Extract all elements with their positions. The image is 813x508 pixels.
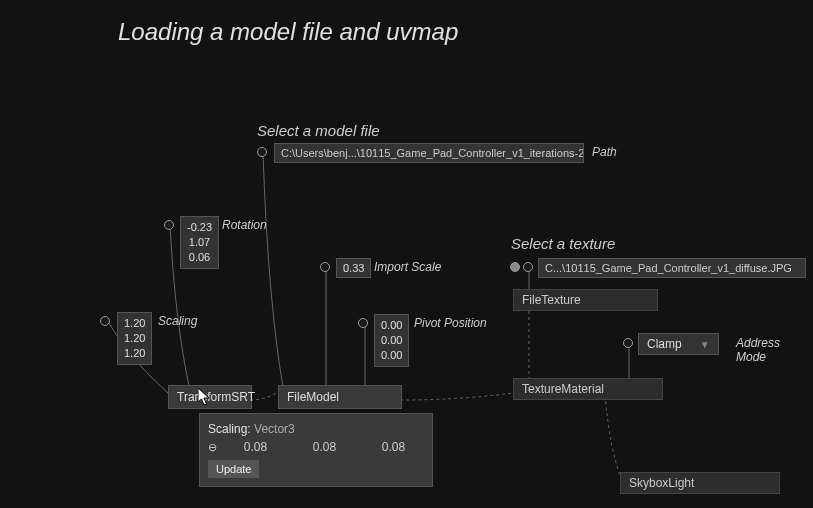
node-filemodel[interactable]: FileModel bbox=[278, 385, 402, 409]
enum-address-mode[interactable]: Clamp ▼ bbox=[638, 333, 719, 355]
label-scaling: Scaling bbox=[158, 314, 197, 328]
comment-select-texture: Select a texture bbox=[511, 235, 615, 252]
port-texture-path-extra[interactable] bbox=[523, 262, 533, 272]
port-pivot-in[interactable] bbox=[358, 318, 368, 328]
value-pivot[interactable]: 0.00 0.00 0.00 bbox=[374, 314, 409, 367]
node-texturematerial[interactable]: TextureMaterial bbox=[513, 378, 663, 400]
popup-val-2[interactable]: 0.08 bbox=[363, 440, 424, 454]
chevron-down-icon: ▼ bbox=[700, 339, 710, 350]
update-button[interactable]: Update bbox=[208, 460, 259, 478]
label-addressmode: Address Mode bbox=[736, 336, 813, 364]
port-scaling-in[interactable] bbox=[100, 316, 110, 326]
popup-val-1[interactable]: 0.08 bbox=[294, 440, 355, 454]
node-transformsrt[interactable]: TransformSRT bbox=[168, 385, 252, 409]
port-importscale-in[interactable] bbox=[320, 262, 330, 272]
port-texture-path-in[interactable] bbox=[510, 262, 520, 272]
node-skyboxlight[interactable]: SkyboxLight bbox=[620, 472, 780, 494]
popup-header: Scaling: Vector3 bbox=[208, 422, 424, 436]
port-model-path-in[interactable] bbox=[257, 147, 267, 157]
label-path: Path bbox=[592, 145, 617, 159]
label-pivot: Pivot Position bbox=[414, 316, 487, 330]
popup-scaling-editor: Scaling: Vector3 ⊖ 0.08 0.08 0.08 Update bbox=[199, 413, 433, 487]
value-scaling[interactable]: 1.20 1.20 1.20 bbox=[117, 312, 152, 365]
port-rotation-in[interactable] bbox=[164, 220, 174, 230]
reset-icon[interactable]: ⊖ bbox=[208, 441, 217, 454]
port-clamp-in[interactable] bbox=[623, 338, 633, 348]
popup-val-0[interactable]: 0.08 bbox=[225, 440, 286, 454]
value-rotation[interactable]: -0.23 1.07 0.06 bbox=[180, 216, 219, 269]
filepath-model[interactable]: C:\Users\benj...\10115_Game_Pad_Controll… bbox=[274, 143, 584, 163]
label-rotation: Rotation bbox=[222, 218, 267, 232]
node-filetexture[interactable]: FileTexture bbox=[513, 289, 658, 311]
label-importscale: Import Scale bbox=[374, 260, 441, 274]
filepath-texture[interactable]: C...\10115_Game_Pad_Controller_v1_diffus… bbox=[538, 258, 806, 278]
comment-select-model: Select a model file bbox=[257, 122, 380, 139]
page-title: Loading a model file and uvmap bbox=[118, 18, 458, 46]
value-importscale[interactable]: 0.33 bbox=[336, 258, 371, 278]
